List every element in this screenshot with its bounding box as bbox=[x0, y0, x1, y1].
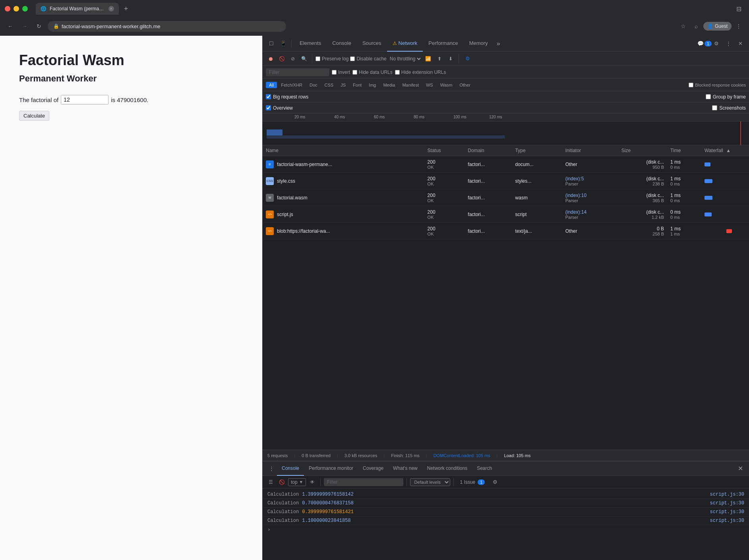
minimize-window-btn[interactable] bbox=[14, 6, 19, 12]
clear-btn[interactable]: 🚫 bbox=[277, 54, 286, 64]
search-btn[interactable]: 🔍 bbox=[299, 54, 309, 64]
filter-manifest[interactable]: Manifest bbox=[399, 82, 422, 88]
reload-btn[interactable]: ↻ bbox=[33, 21, 45, 32]
console-eye-btn[interactable]: 👁 bbox=[308, 477, 317, 487]
console-close-btn[interactable]: ✕ bbox=[735, 463, 746, 474]
filter-doc[interactable]: Doc bbox=[306, 82, 321, 88]
extensions-btn[interactable]: ⋮ bbox=[733, 21, 744, 32]
col-name[interactable]: Name bbox=[263, 145, 424, 156]
console-tab-search[interactable]: Search bbox=[472, 462, 497, 476]
filter-other[interactable]: Other bbox=[456, 82, 474, 88]
big-request-rows-label[interactable]: Big request rows bbox=[266, 94, 308, 100]
screenshots-checkbox[interactable] bbox=[712, 105, 717, 110]
col-initiator[interactable]: Initiator bbox=[562, 145, 618, 156]
address-bar[interactable]: 🔒 factorial-wasm-permanent-worker.glitch… bbox=[48, 21, 286, 32]
filter-media[interactable]: Media bbox=[380, 82, 398, 88]
filter-fetch-xhr[interactable]: Fetch/XHR bbox=[278, 82, 306, 88]
table-row[interactable]: ≡ factorial-wasm-permane... 200 OK facto… bbox=[263, 156, 749, 173]
col-domain[interactable]: Domain bbox=[464, 145, 512, 156]
factorial-input[interactable] bbox=[61, 95, 108, 104]
console-filter-input[interactable] bbox=[324, 478, 403, 486]
close-window-btn[interactable] bbox=[5, 6, 10, 12]
console-clear-btn[interactable]: 🚫 bbox=[277, 477, 286, 487]
log-file-4[interactable]: script.js:30 bbox=[710, 518, 744, 523]
import-btn[interactable]: ⬇ bbox=[446, 54, 455, 64]
tab-elements[interactable]: Elements bbox=[294, 36, 327, 52]
col-type[interactable]: Type bbox=[512, 145, 562, 156]
hide-data-urls-checkbox[interactable] bbox=[352, 70, 357, 75]
invert-option[interactable]: Invert bbox=[332, 70, 350, 75]
col-status[interactable]: Status bbox=[424, 145, 465, 156]
console-tab-console[interactable]: Console bbox=[277, 462, 304, 476]
col-time[interactable]: Time bbox=[667, 145, 701, 156]
device-mode-btn[interactable]: 📱 bbox=[278, 38, 289, 49]
tab-close-btn[interactable]: ✕ bbox=[108, 6, 114, 12]
preserve-log-label[interactable]: Preserve log bbox=[315, 56, 348, 62]
tab-memory[interactable]: Memory bbox=[464, 36, 494, 52]
settings-btn[interactable]: ⚙ bbox=[711, 38, 722, 49]
overview-checkbox[interactable] bbox=[266, 105, 271, 110]
tab-sources[interactable]: Sources bbox=[357, 36, 387, 52]
tab-network[interactable]: ⚠ Network bbox=[387, 36, 423, 52]
log-file-3[interactable]: script.js:30 bbox=[710, 509, 744, 515]
hide-data-urls-option[interactable]: Hide data URLs bbox=[352, 70, 393, 75]
group-by-frame-checkbox[interactable] bbox=[706, 94, 711, 99]
log-file-2[interactable]: script.js:30 bbox=[710, 500, 744, 506]
console-sidebar-btn[interactable]: ☰ bbox=[266, 477, 275, 487]
network-settings-btn[interactable]: ⚙ bbox=[462, 53, 473, 64]
new-tab-btn[interactable]: + bbox=[120, 3, 132, 14]
customize-btn[interactable]: ⋮ bbox=[723, 38, 734, 49]
overview-label[interactable]: Overview bbox=[266, 105, 293, 111]
console-tab-coverage[interactable]: Coverage bbox=[358, 462, 388, 476]
filter-btn[interactable]: ⊘ bbox=[288, 54, 298, 64]
filter-input[interactable] bbox=[266, 68, 329, 76]
blocked-cookies-checkbox[interactable] bbox=[689, 83, 693, 87]
group-by-frame-label[interactable]: Group by frame bbox=[706, 94, 746, 100]
profile-btn[interactable]: 👤 Guest bbox=[703, 22, 732, 31]
inspect-element-btn[interactable]: ☐ bbox=[266, 38, 277, 49]
table-row[interactable]: </> blob:https://factorial-wa... 200 OK … bbox=[263, 223, 749, 239]
bookmark-btn[interactable]: ☆ bbox=[678, 21, 689, 32]
close-devtools-btn[interactable]: ✕ bbox=[735, 38, 746, 49]
hide-ext-urls-checkbox[interactable] bbox=[395, 70, 400, 75]
issues-btn[interactable]: 💬 1 bbox=[699, 38, 710, 49]
tab-performance[interactable]: Performance bbox=[423, 36, 463, 52]
log-file-1[interactable]: script.js:30 bbox=[710, 492, 744, 497]
browser-tab[interactable]: 🌐 Factorial Wasm (permanent... ✕ bbox=[36, 3, 119, 15]
disable-cache-label[interactable]: Disable cache bbox=[350, 56, 386, 62]
filter-js[interactable]: JS bbox=[337, 82, 349, 88]
console-tab-performance[interactable]: Performance monitor bbox=[304, 462, 358, 476]
preserve-log-checkbox[interactable] bbox=[315, 56, 320, 61]
table-row[interactable]: </> script.js 200 OK factori... script bbox=[263, 206, 749, 223]
table-row[interactable]: W factorial.wasm 200 OK factori... wasm bbox=[263, 189, 749, 206]
export-har-btn[interactable]: ⬆ bbox=[435, 54, 444, 64]
filter-wasm[interactable]: Wasm bbox=[437, 82, 456, 88]
filter-img[interactable]: Img bbox=[366, 82, 379, 88]
throttle-select[interactable]: No throttling bbox=[388, 56, 422, 62]
zoom-btn[interactable]: ⌕ bbox=[691, 21, 702, 32]
blocked-cookies-label[interactable]: Blocked response cookies bbox=[689, 83, 746, 87]
invert-checkbox[interactable] bbox=[332, 70, 337, 75]
console-menu-btn[interactable]: ⋮ bbox=[266, 463, 277, 474]
table-row[interactable]: CSS style.css 200 OK factori... styles..… bbox=[263, 173, 749, 189]
big-request-rows-checkbox[interactable] bbox=[266, 94, 271, 99]
issues-count-btn[interactable]: 1 Issue 1 bbox=[457, 479, 488, 486]
context-selector[interactable]: top ▼ bbox=[288, 478, 306, 486]
disable-cache-checkbox[interactable] bbox=[350, 56, 355, 61]
network-table-container[interactable]: Name Status Domain Type Initiator Size T… bbox=[263, 145, 749, 450]
console-settings-btn[interactable]: ⚙ bbox=[490, 477, 501, 488]
calculate-btn[interactable]: Calculate bbox=[19, 111, 49, 121]
filter-all[interactable]: All bbox=[266, 82, 277, 88]
restore-window-btn[interactable]: ⊟ bbox=[733, 3, 744, 14]
more-tabs-btn[interactable]: » bbox=[494, 40, 503, 47]
console-tab-network-conditions[interactable]: Network conditions bbox=[422, 462, 472, 476]
tab-console[interactable]: Console bbox=[327, 36, 357, 52]
levels-select[interactable]: Default levels bbox=[410, 478, 450, 486]
network-conditions-btn[interactable]: 📶 bbox=[424, 54, 433, 64]
forward-btn[interactable]: → bbox=[19, 21, 30, 32]
filter-font[interactable]: Font bbox=[350, 82, 365, 88]
record-btn[interactable]: ⏺ bbox=[266, 54, 275, 64]
filter-css[interactable]: CSS bbox=[321, 82, 337, 88]
fullscreen-window-btn[interactable] bbox=[22, 6, 28, 12]
col-waterfall[interactable]: Waterfall ▲ bbox=[701, 145, 749, 156]
